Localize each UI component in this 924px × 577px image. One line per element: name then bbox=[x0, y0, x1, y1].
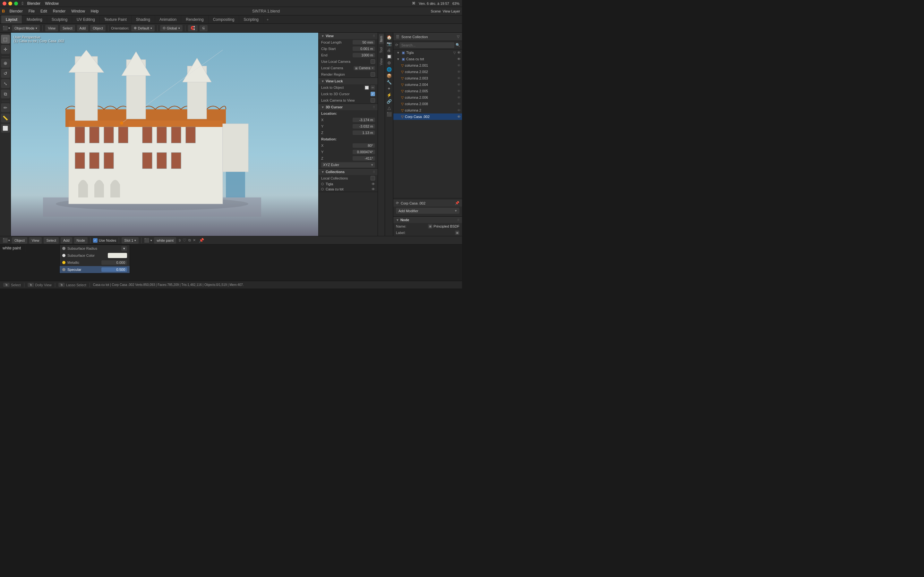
outliner-item-col3[interactable]: ▽ columna 2.003 👁 bbox=[393, 75, 462, 81]
lock-camera-to-view-checkbox[interactable] bbox=[371, 98, 375, 103]
outliner-item-col4[interactable]: ▽ columna 2.004 👁 bbox=[393, 81, 462, 88]
prop-physics-icon[interactable]: ⚡ bbox=[386, 92, 393, 98]
prop-particles-icon[interactable]: ✦ bbox=[386, 85, 393, 92]
prop-modifier-icon[interactable]: 🔧 bbox=[386, 79, 393, 85]
outliner-item-col2[interactable]: ▽ columna 2.002 👁 bbox=[393, 69, 462, 75]
outliner-item-col8[interactable]: ▽ columna 2.008 👁 bbox=[393, 101, 462, 107]
view-section-header[interactable]: ▼ View ⠿ bbox=[318, 33, 378, 39]
scale-tool[interactable]: ⤡ bbox=[1, 79, 10, 88]
editor-type-selector[interactable]: ⬛ ▾ bbox=[3, 26, 10, 31]
material-heart[interactable]: ♡ bbox=[183, 238, 186, 243]
node-object-menu[interactable]: Object bbox=[12, 237, 27, 243]
maximize-button[interactable] bbox=[14, 2, 18, 5]
outliner-item-corp[interactable]: ▽ Corp Casa .002 👁 bbox=[393, 113, 462, 120]
lock-to-object-icon[interactable]: ⬜ bbox=[364, 85, 369, 90]
tab-texture-paint[interactable]: Texture Paint bbox=[100, 15, 132, 23]
tab-animation[interactable]: Animation bbox=[155, 15, 181, 23]
add-workspace-button[interactable]: + bbox=[263, 15, 272, 23]
menu-help[interactable]: Help bbox=[88, 8, 102, 14]
cursor-rot-y-value[interactable]: 0.000474° bbox=[352, 150, 375, 154]
item-tab[interactable]: Item bbox=[379, 34, 384, 44]
outliner-item-tigla[interactable]: ▼ ▣ Tigla ▽ 👁 bbox=[393, 49, 462, 56]
outliner-expand-casa[interactable]: ▼ bbox=[397, 57, 401, 61]
col4-eye-icon[interactable]: 👁 bbox=[457, 83, 461, 87]
tigla-eye[interactable]: 👁 bbox=[372, 182, 375, 186]
rotation-mode-selector[interactable]: XYZ Euler ▾ bbox=[321, 162, 375, 168]
node-section-header[interactable]: ▼ Node ⠿ bbox=[393, 217, 462, 223]
col5-eye-icon[interactable]: 👁 bbox=[457, 89, 461, 93]
prop-data-icon[interactable]: △ bbox=[386, 105, 393, 111]
metallic-value[interactable]: 0.000 bbox=[102, 260, 127, 265]
prop-scene2-icon[interactable]: ⚙ bbox=[386, 60, 393, 66]
menu-blender[interactable]: Blender bbox=[7, 8, 25, 14]
menu-window[interactable]: Window bbox=[69, 8, 87, 14]
node-editor-type[interactable]: ⬛ ▾ bbox=[3, 238, 10, 243]
minimize-button[interactable] bbox=[8, 2, 12, 5]
view-layer-selector[interactable]: View Layer bbox=[443, 9, 460, 13]
tigla-eye-icon[interactable]: 👁 bbox=[457, 51, 461, 55]
col1-eye-icon[interactable]: 👁 bbox=[457, 63, 461, 67]
editor-type-icon[interactable]: ⟳ bbox=[396, 201, 399, 205]
cursor-section-header[interactable]: ▼ 3D Cursor ⠿ bbox=[318, 104, 378, 110]
outliner-expand-tigla[interactable]: ▼ bbox=[397, 51, 401, 55]
use-local-camera-checkbox[interactable] bbox=[371, 59, 375, 64]
node-label-icon[interactable]: ▣ bbox=[455, 230, 459, 235]
outliner-item-col-base[interactable]: ▽ columna 2 👁 bbox=[393, 107, 462, 113]
clip-start-value[interactable]: 0.001 m bbox=[352, 47, 375, 51]
corp-eye-icon[interactable]: 👁 bbox=[457, 115, 461, 119]
tab-scripting[interactable]: Scripting bbox=[239, 15, 263, 23]
pin-icon[interactable]: 📌 bbox=[455, 201, 459, 205]
material-name-button[interactable]: white paint bbox=[154, 237, 176, 243]
node-select-menu[interactable]: Select bbox=[44, 237, 59, 243]
node-name-value[interactable]: Principled BSDF bbox=[433, 224, 459, 228]
add-modifier-button[interactable]: Add Modifier ▾ bbox=[396, 208, 459, 214]
tab-compositing[interactable]: Compositing bbox=[208, 15, 239, 23]
slot-selector[interactable]: Slot 1▾ bbox=[121, 237, 139, 243]
cursor-y-value[interactable]: -3.032 m bbox=[352, 124, 375, 129]
view-lock-header[interactable]: ▼ View Lock bbox=[318, 78, 378, 84]
outliner-search-input[interactable] bbox=[399, 42, 454, 48]
menu-render[interactable]: Render bbox=[50, 8, 68, 14]
object-menu[interactable]: Object bbox=[90, 25, 105, 31]
prop-constraints-icon[interactable]: 🔗 bbox=[386, 98, 393, 105]
focal-length-value[interactable]: 50 mm bbox=[352, 40, 375, 45]
prop-world-icon[interactable]: 🌐 bbox=[386, 66, 393, 73]
outliner-filter-icon[interactable]: ▽ bbox=[457, 35, 459, 39]
casa-eye-icon[interactable]: 👁 bbox=[457, 57, 461, 61]
view-tab[interactable]: View bbox=[379, 56, 384, 67]
menu-edit[interactable]: Edit bbox=[38, 8, 50, 14]
tigla-filter-icon[interactable]: ▽ bbox=[453, 51, 456, 55]
colbase-eye-icon[interactable]: 👁 bbox=[457, 108, 461, 112]
col6-eye-icon[interactable]: 👁 bbox=[457, 95, 461, 99]
tab-layout[interactable]: Layout bbox=[1, 15, 22, 23]
rotate-tool[interactable]: ↺ bbox=[1, 69, 10, 78]
cursor-z-value[interactable]: 1.13 m bbox=[352, 131, 375, 135]
close-button[interactable] bbox=[3, 2, 6, 5]
prop-material-icon[interactable]: ⬛ bbox=[386, 111, 393, 117]
mode-selector[interactable]: Object Mode▾ bbox=[12, 25, 40, 31]
scene-selector[interactable]: Scene bbox=[431, 9, 441, 13]
cursor-rot-z-value[interactable]: -411° bbox=[352, 156, 375, 161]
outliner-item-col1[interactable]: ▽ columna 2.001 👁 bbox=[393, 62, 462, 69]
measure-tool[interactable]: 📏 bbox=[1, 113, 10, 122]
use-nodes-toggle[interactable]: ✓ Use Nodes bbox=[93, 238, 116, 243]
add-menu[interactable]: Add bbox=[77, 25, 89, 31]
col3-eye-icon[interactable]: 👁 bbox=[457, 76, 461, 80]
render-region-checkbox[interactable] bbox=[371, 72, 375, 77]
cursor-tool[interactable]: ✛ bbox=[1, 45, 10, 54]
prop-output-icon[interactable]: 🖨 bbox=[386, 47, 393, 53]
prop-render-icon[interactable]: 📷 bbox=[386, 40, 393, 47]
node-node-menu[interactable]: Node bbox=[74, 237, 87, 243]
outliner-menu-icon[interactable]: ☰ bbox=[396, 35, 399, 39]
node-view-menu[interactable]: View bbox=[29, 237, 42, 243]
col2-eye-icon[interactable]: 👁 bbox=[457, 70, 461, 74]
material-delete[interactable]: ✕ bbox=[193, 238, 196, 242]
macos-window-menu[interactable]: Window bbox=[45, 1, 59, 6]
tab-rendering[interactable]: Rendering bbox=[181, 15, 208, 23]
proportional-editing[interactable]: ⊆ bbox=[200, 25, 208, 31]
move-tool[interactable]: ⊕ bbox=[1, 59, 10, 68]
outliner-item-col6[interactable]: ▽ columna 2.006 👁 bbox=[393, 94, 462, 101]
material-copy[interactable]: ⧉ bbox=[188, 238, 191, 242]
prop-view-layer-icon[interactable]: 🔲 bbox=[386, 53, 393, 60]
viewport[interactable]: User Perspective (1) Casa cu tot | Corp … bbox=[11, 33, 384, 236]
